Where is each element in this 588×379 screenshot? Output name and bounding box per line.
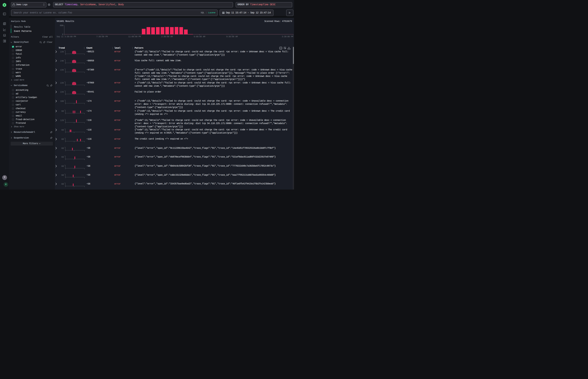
svg-text:60: 60	[61, 165, 64, 167]
svg-text:60: 60	[61, 174, 64, 176]
svg-text:9:30:00 AM: 9:30:00 AM	[226, 35, 238, 38]
svg-text:60: 60	[61, 138, 64, 141]
svg-text:60: 60	[61, 128, 64, 131]
svg-text:80K: 80K	[60, 24, 63, 27]
svg-text:0: 0	[62, 33, 63, 36]
svg-text:22K: 22K	[60, 82, 64, 84]
svg-text:Sep 11 3:30:00 PM: Sep 11 3:30:00 PM	[57, 35, 76, 38]
svg-text:24K: 24K	[60, 60, 64, 62]
svg-text:6:00:00 AM: 6:00:00 AM	[194, 35, 205, 38]
svg-text:60: 60	[61, 183, 64, 185]
svg-text:22K: 22K	[60, 69, 64, 71]
svg-text:60: 60	[61, 110, 64, 112]
svg-text:3:30:00 PM: 3:30:00 PM	[282, 35, 293, 38]
svg-text:11:00:00 PM: 11:00:00 PM	[128, 35, 141, 38]
svg-text:22K: 22K	[60, 50, 64, 53]
svg-text:60: 60	[61, 147, 64, 150]
svg-text:180: 180	[60, 100, 64, 102]
svg-text:22K: 22K	[60, 91, 64, 93]
svg-text:120: 120	[60, 119, 64, 122]
svg-text:60: 60	[61, 156, 64, 158]
svg-text:2:30:00 AM: 2:30:00 AM	[161, 35, 173, 38]
svg-text:7:30:00 PM: 7:30:00 PM	[96, 35, 108, 38]
